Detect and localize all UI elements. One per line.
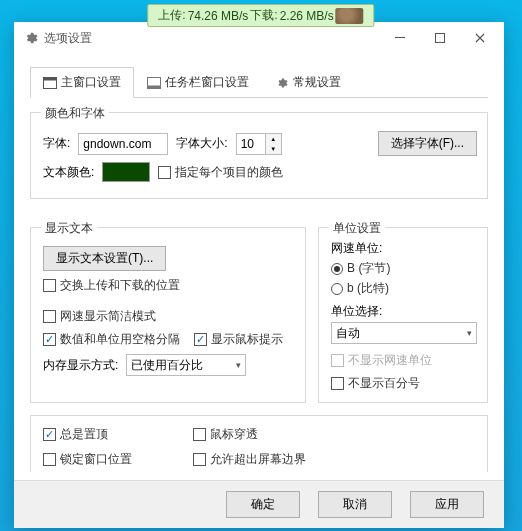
- font-input[interactable]: [78, 133, 168, 155]
- checkbox-simple-netspeed[interactable]: 网速显示简洁模式: [43, 308, 156, 325]
- memory-display-select[interactable]: 已使用百分比 ▾: [126, 354, 246, 376]
- overlay-decoration-icon: [336, 8, 364, 24]
- upload-value: 74.26 MB/s: [188, 9, 249, 23]
- group-display-text: 显示文本 显示文本设置(T)... 交换上传和下载的位置 网速显示简洁模式: [30, 227, 306, 403]
- checkbox-checked-icon: ✓: [194, 333, 207, 346]
- svg-rect-5: [148, 85, 161, 88]
- chevron-down-icon: ▾: [467, 328, 472, 338]
- net-speed-overlay: 上传: 74.26 MB/s 下载: 2.26 MB/s: [147, 4, 374, 27]
- content-area: 主窗口设置 任务栏窗口设置 常规设置 颜色和字体 字体: 字体大小: ▲: [14, 54, 504, 480]
- font-size-label: 字体大小:: [176, 135, 227, 152]
- text-color-label: 文本颜色:: [43, 164, 94, 181]
- checkbox-icon: [193, 453, 206, 466]
- spinner-up-icon[interactable]: ▲: [266, 134, 281, 144]
- checkbox-checked-icon: ✓: [43, 428, 56, 441]
- checkbox-icon: [158, 166, 171, 179]
- checkbox-lock-position[interactable]: 锁定窗口位置: [43, 451, 193, 468]
- download-label: 下载:: [250, 7, 277, 24]
- unit-select-label: 单位选择:: [331, 303, 477, 320]
- dialog-footer: 确定 取消 应用: [14, 480, 504, 528]
- radio-unit-bit[interactable]: b (比特): [331, 280, 477, 297]
- checkbox-icon: [43, 279, 56, 292]
- checkbox-hide-net-unit: 不显示网速单位: [331, 352, 477, 369]
- window-icon: [43, 77, 57, 89]
- svg-rect-0: [395, 37, 405, 38]
- gear-icon: [275, 77, 289, 89]
- tab-taskbar-window[interactable]: 任务栏窗口设置: [134, 67, 262, 98]
- checkbox-specify-each-color[interactable]: 指定每个项目的颜色: [158, 164, 283, 181]
- group-legend: 颜色和字体: [41, 105, 109, 122]
- tab-main-window[interactable]: 主窗口设置: [30, 67, 134, 98]
- font-size-value[interactable]: [237, 134, 265, 154]
- checkbox-mouse-through[interactable]: 鼠标穿透: [193, 426, 343, 443]
- checkbox-space-separator[interactable]: ✓ 数值和单位用空格分隔: [43, 331, 180, 348]
- unit-select[interactable]: 自动 ▾: [331, 322, 477, 344]
- net-unit-label: 网速单位:: [331, 240, 477, 257]
- checkbox-checked-icon: ✓: [43, 333, 56, 346]
- settings-window: 选项设置 主窗口设置 任务栏窗口设置: [14, 22, 504, 528]
- chevron-down-icon: ▾: [236, 360, 241, 370]
- minimize-button[interactable]: [380, 24, 420, 52]
- checkbox-show-tooltip[interactable]: ✓ 显示鼠标提示: [194, 331, 283, 348]
- gear-icon: [24, 31, 38, 45]
- checkbox-icon: [43, 453, 56, 466]
- maximize-button[interactable]: [420, 24, 460, 52]
- apply-button[interactable]: 应用: [410, 491, 484, 518]
- memory-display-label: 内存显示方式:: [43, 357, 118, 374]
- group-color-font: 颜色和字体 字体: 字体大小: ▲ ▼ 选择字体(F)... 文本颜色:: [30, 112, 488, 199]
- taskbar-icon: [147, 77, 161, 89]
- choose-font-button[interactable]: 选择字体(F)...: [378, 131, 477, 156]
- checkbox-always-on-top[interactable]: ✓ 总是置顶: [43, 426, 193, 443]
- checkbox-icon: [43, 310, 56, 323]
- radio-checked-icon: [331, 263, 343, 275]
- radio-unit-byte[interactable]: B (字节): [331, 260, 477, 277]
- checkbox-icon: [193, 428, 206, 441]
- ok-button[interactable]: 确定: [226, 491, 300, 518]
- tab-bar: 主窗口设置 任务栏窗口设置 常规设置: [30, 66, 488, 98]
- group-window-options: ✓ 总是置顶 鼠标穿透 锁定窗口位置 允许超出屏幕边界: [30, 415, 488, 472]
- svg-rect-1: [436, 34, 445, 43]
- group-unit-settings: 单位设置 网速单位: B (字节) b (比特) 单位选择: 自动 ▾ 不显: [318, 227, 488, 403]
- window-title: 选项设置: [44, 30, 92, 47]
- tab-general[interactable]: 常规设置: [262, 67, 354, 98]
- checkbox-hide-percent[interactable]: 不显示百分号: [331, 375, 477, 392]
- text-color-swatch[interactable]: [102, 162, 150, 182]
- download-value: 2.26 MB/s: [280, 9, 334, 23]
- group-legend: 单位设置: [329, 220, 385, 237]
- checkbox-swap-ul-dl[interactable]: 交换上传和下载的位置: [43, 277, 180, 294]
- checkbox-icon: [331, 377, 344, 390]
- cancel-button[interactable]: 取消: [318, 491, 392, 518]
- checkbox-allow-offscreen[interactable]: 允许超出屏幕边界: [193, 451, 343, 468]
- group-legend: 显示文本: [41, 220, 97, 237]
- font-label: 字体:: [43, 135, 70, 152]
- radio-icon: [331, 283, 343, 295]
- font-size-spinner[interactable]: ▲ ▼: [236, 133, 282, 155]
- upload-label: 上传:: [158, 7, 185, 24]
- close-button[interactable]: [460, 24, 500, 52]
- display-text-settings-button[interactable]: 显示文本设置(T)...: [43, 246, 166, 271]
- spinner-down-icon[interactable]: ▼: [266, 144, 281, 154]
- svg-rect-3: [44, 77, 57, 80]
- checkbox-icon: [331, 354, 344, 367]
